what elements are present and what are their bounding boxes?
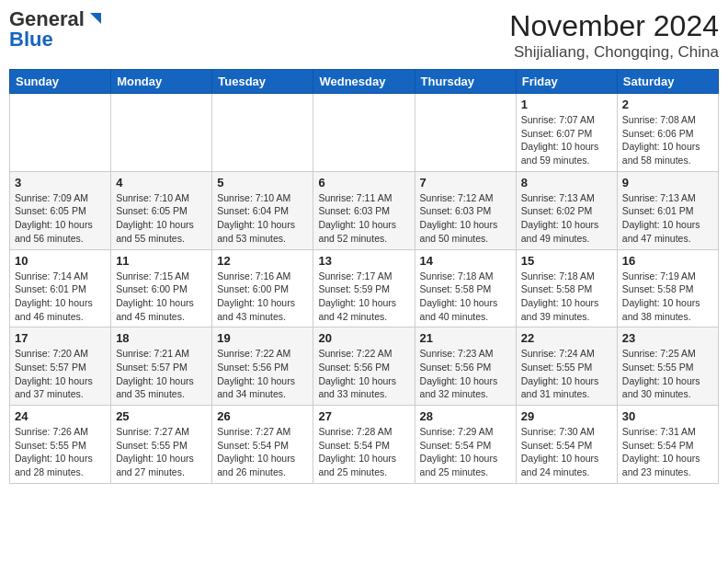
day-info: Sunrise: 7:29 AM Sunset: 5:54 PM Dayligh…	[420, 425, 511, 479]
calendar-cell: 3Sunrise: 7:09 AM Sunset: 6:05 PM Daylig…	[10, 171, 111, 249]
calendar-cell: 1Sunrise: 7:07 AM Sunset: 6:07 PM Daylig…	[516, 94, 617, 172]
calendar-cell: 13Sunrise: 7:17 AM Sunset: 5:59 PM Dayli…	[313, 249, 415, 327]
day-number: 22	[521, 331, 612, 345]
day-number: 16	[622, 254, 713, 268]
calendar-cell: 17Sunrise: 7:20 AM Sunset: 5:57 PM Dayli…	[10, 327, 111, 406]
day-number: 8	[521, 176, 612, 190]
day-number: 2	[622, 98, 713, 111]
calendar-cell: 18Sunrise: 7:21 AM Sunset: 5:57 PM Dayli…	[111, 327, 212, 406]
calendar-cell: 19Sunrise: 7:22 AM Sunset: 5:56 PM Dayli…	[212, 327, 313, 406]
calendar-cell: 25Sunrise: 7:27 AM Sunset: 5:55 PM Dayli…	[111, 406, 212, 484]
day-number: 20	[318, 331, 409, 345]
calendar-cell: 9Sunrise: 7:13 AM Sunset: 6:01 PM Daylig…	[617, 171, 718, 249]
day-number: 27	[318, 409, 409, 423]
day-number: 9	[622, 176, 713, 190]
calendar-day-header: Friday	[516, 70, 617, 94]
day-info: Sunrise: 7:24 AM Sunset: 5:55 PM Dayligh…	[521, 347, 612, 401]
day-info: Sunrise: 7:22 AM Sunset: 5:56 PM Dayligh…	[217, 347, 308, 401]
calendar-cell: 15Sunrise: 7:18 AM Sunset: 5:58 PM Dayli…	[516, 249, 617, 327]
day-number: 13	[318, 254, 409, 268]
calendar-week-row: 10Sunrise: 7:14 AM Sunset: 6:01 PM Dayli…	[10, 249, 719, 327]
calendar-cell: 21Sunrise: 7:23 AM Sunset: 5:56 PM Dayli…	[415, 327, 516, 406]
logo-blue-text: Blue	[9, 28, 53, 51]
logo-general-text: General	[9, 9, 85, 29]
calendar-cell: 23Sunrise: 7:25 AM Sunset: 5:55 PM Dayli…	[617, 327, 718, 406]
calendar-cell: 27Sunrise: 7:28 AM Sunset: 5:54 PM Dayli…	[313, 406, 415, 484]
calendar-day-header: Saturday	[617, 70, 718, 94]
day-number: 6	[318, 176, 409, 190]
calendar-cell: 24Sunrise: 7:26 AM Sunset: 5:55 PM Dayli…	[10, 406, 111, 484]
day-info: Sunrise: 7:11 AM Sunset: 6:03 PM Dayligh…	[318, 191, 409, 246]
day-info: Sunrise: 7:19 AM Sunset: 5:58 PM Dayligh…	[622, 270, 713, 324]
calendar-cell: 11Sunrise: 7:15 AM Sunset: 6:00 PM Dayli…	[111, 249, 212, 327]
day-info: Sunrise: 7:10 AM Sunset: 6:04 PM Dayligh…	[217, 191, 308, 246]
day-info: Sunrise: 7:26 AM Sunset: 5:55 PM Dayligh…	[15, 425, 106, 479]
calendar-header-row: SundayMondayTuesdayWednesdayThursdayFrid…	[10, 70, 719, 94]
calendar-cell: 30Sunrise: 7:31 AM Sunset: 5:54 PM Dayli…	[617, 406, 718, 484]
day-number: 3	[15, 176, 106, 190]
calendar-week-row: 24Sunrise: 7:26 AM Sunset: 5:55 PM Dayli…	[10, 406, 719, 484]
day-info: Sunrise: 7:15 AM Sunset: 6:00 PM Dayligh…	[116, 270, 207, 324]
day-number: 26	[217, 409, 308, 423]
day-number: 12	[217, 254, 308, 268]
day-number: 1	[521, 98, 612, 111]
day-info: Sunrise: 7:09 AM Sunset: 6:05 PM Dayligh…	[15, 191, 106, 246]
day-info: Sunrise: 7:17 AM Sunset: 5:59 PM Dayligh…	[318, 270, 409, 324]
calendar-cell: 2Sunrise: 7:08 AM Sunset: 6:06 PM Daylig…	[617, 94, 718, 172]
day-info: Sunrise: 7:27 AM Sunset: 5:55 PM Dayligh…	[116, 425, 207, 479]
calendar-cell: 10Sunrise: 7:14 AM Sunset: 6:01 PM Dayli…	[10, 249, 111, 327]
calendar-cell: 4Sunrise: 7:10 AM Sunset: 6:05 PM Daylig…	[111, 171, 212, 249]
day-number: 24	[15, 409, 106, 423]
day-info: Sunrise: 7:21 AM Sunset: 5:57 PM Dayligh…	[116, 347, 207, 401]
day-number: 10	[15, 254, 106, 268]
day-number: 29	[521, 409, 612, 423]
calendar-cell: 7Sunrise: 7:12 AM Sunset: 6:03 PM Daylig…	[415, 171, 516, 249]
day-number: 25	[116, 409, 207, 423]
day-number: 17	[15, 331, 106, 345]
calendar-cell	[212, 94, 313, 172]
day-info: Sunrise: 7:31 AM Sunset: 5:54 PM Dayligh…	[622, 425, 713, 479]
page-title: November 2024	[509, 9, 719, 43]
calendar-day-header: Wednesday	[313, 70, 415, 94]
calendar-cell: 6Sunrise: 7:11 AM Sunset: 6:03 PM Daylig…	[313, 171, 415, 249]
day-number: 4	[116, 176, 207, 190]
day-info: Sunrise: 7:07 AM Sunset: 6:07 PM Dayligh…	[521, 113, 612, 167]
calendar-cell	[415, 94, 516, 172]
day-number: 28	[420, 409, 511, 423]
calendar-day-header: Monday	[111, 70, 212, 94]
day-info: Sunrise: 7:23 AM Sunset: 5:56 PM Dayligh…	[420, 347, 511, 401]
calendar-cell: 16Sunrise: 7:19 AM Sunset: 5:58 PM Dayli…	[617, 249, 718, 327]
day-info: Sunrise: 7:14 AM Sunset: 6:01 PM Dayligh…	[15, 270, 106, 324]
title-block: November 2024 Shijialiang, Chongqing, Ch…	[509, 9, 719, 62]
calendar-cell: 29Sunrise: 7:30 AM Sunset: 5:54 PM Dayli…	[516, 406, 617, 484]
calendar-day-header: Tuesday	[212, 70, 313, 94]
day-info: Sunrise: 7:08 AM Sunset: 6:06 PM Dayligh…	[622, 113, 713, 167]
calendar-cell: 26Sunrise: 7:27 AM Sunset: 5:54 PM Dayli…	[212, 406, 313, 484]
logo-triangle-icon	[86, 11, 101, 26]
day-number: 21	[420, 331, 511, 345]
day-info: Sunrise: 7:18 AM Sunset: 5:58 PM Dayligh…	[521, 270, 612, 324]
day-info: Sunrise: 7:25 AM Sunset: 5:55 PM Dayligh…	[622, 347, 713, 401]
day-number: 18	[116, 331, 207, 345]
calendar-day-header: Thursday	[415, 70, 516, 94]
day-info: Sunrise: 7:22 AM Sunset: 5:56 PM Dayligh…	[318, 347, 409, 401]
day-info: Sunrise: 7:10 AM Sunset: 6:05 PM Dayligh…	[116, 191, 207, 246]
page-header: General Blue November 2024 Shijialiang, …	[9, 9, 719, 62]
calendar-cell: 5Sunrise: 7:10 AM Sunset: 6:04 PM Daylig…	[212, 171, 313, 249]
calendar-week-row: 3Sunrise: 7:09 AM Sunset: 6:05 PM Daylig…	[10, 171, 719, 249]
calendar-week-row: 17Sunrise: 7:20 AM Sunset: 5:57 PM Dayli…	[10, 327, 719, 406]
calendar-cell: 12Sunrise: 7:16 AM Sunset: 6:00 PM Dayli…	[212, 249, 313, 327]
day-number: 15	[521, 254, 612, 268]
day-info: Sunrise: 7:13 AM Sunset: 6:02 PM Dayligh…	[521, 191, 612, 246]
logo: General Blue	[9, 9, 101, 50]
day-info: Sunrise: 7:13 AM Sunset: 6:01 PM Dayligh…	[622, 191, 713, 246]
calendar-day-header: Sunday	[10, 70, 111, 94]
calendar-cell: 14Sunrise: 7:18 AM Sunset: 5:58 PM Dayli…	[415, 249, 516, 327]
day-info: Sunrise: 7:28 AM Sunset: 5:54 PM Dayligh…	[318, 425, 409, 479]
day-info: Sunrise: 7:18 AM Sunset: 5:58 PM Dayligh…	[420, 270, 511, 324]
page-subtitle: Shijialiang, Chongqing, China	[509, 43, 719, 62]
day-number: 19	[217, 331, 308, 345]
calendar-cell	[10, 94, 111, 172]
day-info: Sunrise: 7:12 AM Sunset: 6:03 PM Dayligh…	[420, 191, 511, 246]
day-number: 7	[420, 176, 511, 190]
